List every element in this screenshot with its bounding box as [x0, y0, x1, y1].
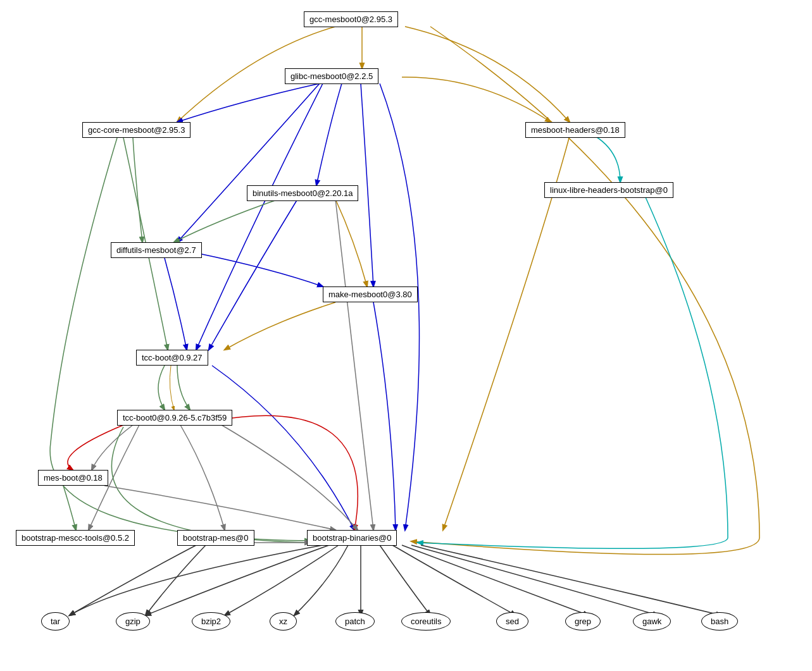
node-linux-libre: linux-libre-headers-bootstrap@0 — [544, 182, 673, 198]
node-diffutils-mesboot: diffutils-mesboot@2.7 — [111, 242, 202, 258]
node-binutils-mesboot: binutils-mesboot0@2.20.1a — [247, 185, 358, 201]
node-tcc-boot2: tcc-boot0@0.9.26-5.c7b3f59 — [117, 410, 232, 426]
node-gawk: gawk — [633, 612, 671, 631]
node-mes-boot: mes-boot@0.18 — [38, 470, 108, 486]
node-xz: xz — [270, 612, 297, 631]
node-coreutils: coreutils — [401, 612, 451, 631]
node-mesboot-headers: mesboot-headers@0.18 — [525, 122, 625, 138]
node-grep: grep — [565, 612, 601, 631]
node-glibc-mesboot: glibc-mesboot0@2.2.5 — [285, 68, 378, 84]
node-sed: sed — [496, 612, 528, 631]
node-bootstrap-binaries: bootstrap-binaries@0 — [307, 530, 397, 546]
node-gzip: gzip — [116, 612, 150, 631]
node-bootstrap-mes: bootstrap-mes@0 — [177, 530, 254, 546]
graph-container: gcc-mesboot0@2.95.3 glibc-mesboot0@2.2.5… — [0, 0, 812, 671]
node-tar: tar — [41, 612, 70, 631]
graph-svg — [0, 0, 812, 671]
node-bzip2: bzip2 — [192, 612, 230, 631]
node-bootstrap-mescc: bootstrap-mescc-tools@0.5.2 — [16, 530, 135, 546]
node-gcc-mesboot: gcc-mesboot0@2.95.3 — [304, 11, 398, 27]
node-make-mesboot: make-mesboot0@3.80 — [323, 286, 418, 302]
node-patch: patch — [335, 612, 375, 631]
node-bash: bash — [701, 612, 738, 631]
node-tcc-boot: tcc-boot@0.9.27 — [136, 350, 208, 366]
node-gcc-core-mesboot: gcc-core-mesboot@2.95.3 — [82, 122, 191, 138]
